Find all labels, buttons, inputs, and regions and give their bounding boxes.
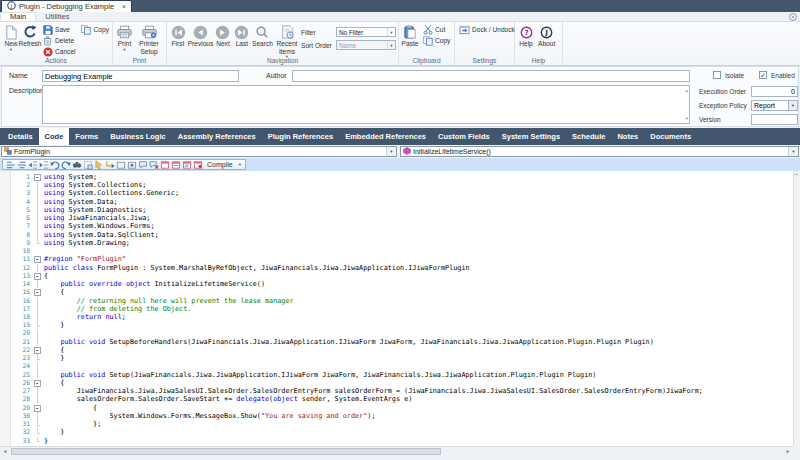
frame-run-icon[interactable] (126, 159, 137, 170)
code-line[interactable]: 3using System.Collections.Generic; (0, 189, 793, 197)
code-line[interactable]: 19 } (0, 321, 793, 329)
frame-icon[interactable] (115, 159, 126, 170)
scroll-right-icon[interactable]: ▸ (783, 449, 793, 455)
tab-details[interactable]: Details (2, 128, 39, 145)
code-line[interactable]: 13{ (0, 272, 793, 280)
splitter-grip-icon[interactable]: ▪▪ (795, 173, 798, 177)
code-line[interactable]: 8using System.Data.SqlClient; (0, 231, 793, 239)
fold-collapse-icon[interactable] (33, 255, 42, 263)
cancel-button[interactable]: Cancel (40, 46, 78, 57)
fold-collapse-icon[interactable] (33, 288, 42, 296)
code-line[interactable]: 17 // from deleting the Object. (0, 305, 793, 313)
copy-button[interactable]: Copy (79, 24, 111, 35)
ribbon-options-icon[interactable] (789, 13, 797, 21)
description-input[interactable]: ▴ ▾ (42, 85, 690, 124)
code-line[interactable]: 28 salesOrderForm.SalesOrder.SaveStart +… (0, 395, 793, 403)
save-button[interactable]: Save (40, 24, 78, 35)
name-input[interactable] (42, 70, 239, 82)
comment-add-icon[interactable] (137, 159, 148, 170)
clipboard-copy-button[interactable]: Copy (420, 35, 452, 46)
code-line[interactable]: 21 public void SetupBeforeHandlers(JiwaF… (0, 338, 793, 346)
code-line[interactable]: 12public class FormPlugin : System.Marsh… (0, 264, 793, 272)
tab-assembly-references[interactable]: Assembly References (172, 128, 262, 145)
goto-line-icon[interactable] (104, 159, 115, 170)
enabled-checkbox[interactable]: ✓ (759, 71, 767, 79)
recent-items-button[interactable]: Recent Items ▾ (274, 23, 300, 60)
break-window-4-icon[interactable] (192, 159, 203, 170)
code-line[interactable]: 18 return null; (0, 313, 793, 321)
indent-increase-icon[interactable] (38, 159, 49, 170)
code-line[interactable]: 6using JiwaFinancials.Jiwa; (0, 214, 793, 222)
undo-icon[interactable] (49, 159, 60, 170)
refresh-button[interactable]: Refresh (21, 23, 39, 48)
break-window-2-icon[interactable] (170, 159, 181, 170)
select-region-icon[interactable] (82, 159, 93, 170)
code-line[interactable]: 31 }; (0, 420, 793, 428)
tab-schedule[interactable]: Schedule (566, 128, 611, 145)
code-line[interactable]: 4using System.Data; (0, 198, 793, 206)
exception-policy-select[interactable]: Report ▾ (751, 100, 798, 111)
outline-collapse-icon[interactable] (5, 159, 16, 170)
code-line[interactable]: 7using System.Windows.Forms; (0, 222, 793, 230)
print-button[interactable]: Print ▾ (115, 23, 134, 52)
execution-order-input[interactable] (751, 86, 798, 97)
tab-business-logic[interactable]: Business Logic (104, 128, 171, 145)
break-window-3-icon[interactable] (181, 159, 192, 170)
tab-embedded-references[interactable]: Embedded References (339, 128, 432, 145)
comment-remove-icon[interactable] (148, 159, 159, 170)
vertical-scrollbar[interactable]: ▪▪ (793, 171, 800, 446)
code-editor[interactable]: 1using System;2using System.Collections;… (0, 171, 793, 446)
redo-icon[interactable] (60, 159, 71, 170)
code-line[interactable]: 16 // returning null here will prevent t… (0, 297, 793, 305)
first-button[interactable]: First (169, 23, 187, 48)
author-input[interactable] (292, 70, 690, 82)
code-line[interactable]: 10 (0, 247, 793, 255)
code-line[interactable]: 26 { (0, 379, 793, 387)
document-tab[interactable]: J Plugin - Debugging Example × (1, 0, 132, 12)
code-line[interactable]: 33} (0, 437, 793, 445)
previous-button[interactable]: Previous (188, 23, 213, 48)
find-icon[interactable] (71, 159, 82, 170)
tab-forms[interactable]: Forms (69, 128, 104, 145)
next-button[interactable]: Next (214, 23, 232, 48)
isolate-checkbox[interactable]: ✓ (713, 71, 721, 79)
tab-documents[interactable]: Documents (644, 128, 697, 145)
code-line[interactable]: 2using System.Collections; (0, 181, 793, 189)
code-line[interactable]: 24 (0, 362, 793, 370)
indent-decrease-icon[interactable] (27, 159, 38, 170)
code-line[interactable]: 23 } (0, 354, 793, 362)
tab-system-settings[interactable]: System Settings (496, 128, 566, 145)
scrollbar-thumb[interactable] (11, 448, 441, 455)
help-button[interactable]: ? Help (517, 23, 535, 48)
about-button[interactable]: J About (536, 23, 557, 48)
method-dropdown[interactable]: InitializeLifetimeService() ▾ (400, 146, 799, 157)
version-input[interactable] (751, 114, 798, 125)
paste-button[interactable]: Paste (401, 23, 419, 48)
horizontal-scrollbar[interactable]: ◂ ▸ (0, 446, 793, 456)
fold-collapse-icon[interactable] (33, 272, 42, 280)
code-line[interactable]: 29 { (0, 404, 793, 412)
new-button[interactable]: New ▾ (2, 23, 20, 52)
code-line[interactable]: 20 (0, 329, 793, 337)
ribbon-tab-main[interactable]: Main (0, 12, 36, 21)
filter-select[interactable]: No Filter ▾ (336, 27, 396, 37)
ribbon-tab-utilities[interactable]: Utilities (36, 12, 78, 21)
code-line[interactable]: 5using System.Diagnostics; (0, 206, 793, 214)
code-line[interactable]: 11#region "FormPlugin" (0, 255, 793, 263)
tab-plugin-references[interactable]: Plugin References (262, 128, 339, 145)
code-line[interactable]: 32 } (0, 428, 793, 436)
scroll-left-icon[interactable]: ◂ (0, 449, 10, 455)
close-icon[interactable]: × (122, 3, 126, 10)
fold-collapse-icon[interactable] (33, 346, 42, 354)
last-button[interactable]: Last (233, 23, 251, 48)
scroll-down-icon[interactable]: ▾ (685, 116, 688, 121)
tab-notes[interactable]: Notes (611, 128, 644, 145)
class-dropdown[interactable]: FormPlugin ▾ (1, 146, 397, 157)
cut-button[interactable]: Cut (420, 24, 452, 35)
code-line[interactable]: 1using System; (0, 173, 793, 181)
search-button[interactable]: Search (252, 23, 273, 48)
code-line[interactable]: 22 { (0, 346, 793, 354)
code-line[interactable]: 25 public void Setup(JiwaFinancials.Jiwa… (0, 371, 793, 379)
compile-button[interactable]: Compile (203, 161, 237, 168)
delete-button[interactable]: Delete (40, 35, 78, 46)
